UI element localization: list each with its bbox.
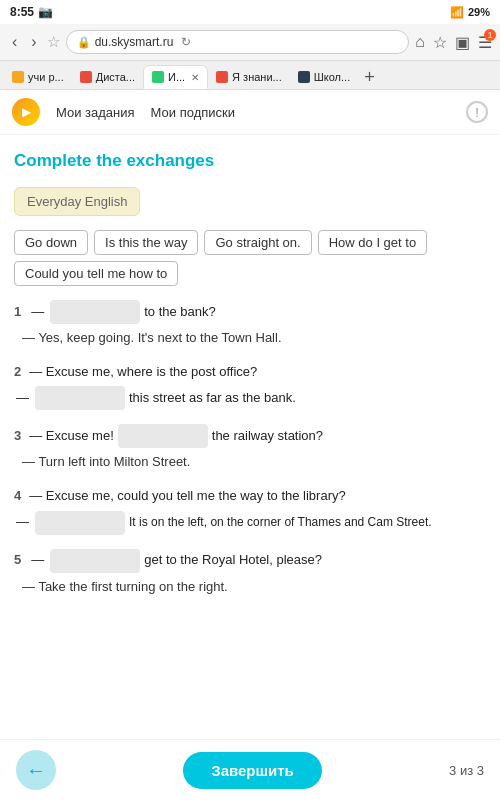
logo-icon: ▶ [22,105,31,119]
exercise-4-suffix: It is on the left, on the corner of Tham… [129,513,432,532]
exercise-2-num: 2 [14,362,21,383]
chip-go-straight[interactable]: Go straight on. [204,230,311,255]
exercise-5-line1: 5 — get to the Royal Hotel, please? [14,549,486,573]
my-tasks-link[interactable]: Мои задания [56,105,135,120]
back-icon: ← [26,759,46,782]
chip-is-this[interactable]: Is this the way [94,230,198,255]
exercise-1-num: 1 [14,302,21,323]
exercise-1-line1: 1 — to the bank? [14,300,486,324]
exercise-2-line1-text: — Excuse me, where is the post office? [29,362,257,383]
word-chips: Go down Is this the way Go straight on. … [14,230,486,286]
tab2-label: Диста... [96,71,135,83]
exercise-1: 1 — to the bank? — Yes, keep going. It's… [14,300,486,348]
tab-2[interactable]: Диста... [72,66,143,88]
page-title: Complete the exchanges [14,151,486,171]
tab-3[interactable]: И... ✕ [143,65,208,89]
app-nav: ▶ Мои задания Мои подписки ! [0,90,500,135]
tab2-favicon [80,71,92,83]
chip-go-down[interactable]: Go down [14,230,88,255]
tab-4[interactable]: Я знани... [208,66,290,88]
main-content: Complete the exchanges Everyday English … [0,135,500,626]
tab4-favicon [216,71,228,83]
exercise-5-response: — Take the first turning on the right. [22,577,486,597]
menu-icon[interactable]: ☰ 1 [478,33,492,52]
tab3-favicon [152,71,164,83]
url-text: du.skysmart.ru [95,35,174,49]
forward-nav-button[interactable]: › [27,31,40,53]
signal-icon: 📶 [450,6,464,19]
tab5-label: Школ... [314,71,350,83]
battery-display: 29% [468,6,490,18]
exercise-2-answer[interactable] [35,386,125,410]
exercise-1-response: — Yes, keep going. It's next to the Town… [22,328,486,348]
back-button[interactable]: ← [16,750,56,790]
exercise-5-num: 5 [14,550,21,571]
alert-icon[interactable]: ! [466,101,488,123]
tab3-close-icon[interactable]: ✕ [191,72,199,83]
exercise-3-suffix: the railway station? [212,426,323,447]
lock-icon: 🔒 [77,36,91,49]
exercise-2: 2 — Excuse me, where is the post office?… [14,362,486,411]
exercise-3-num: 3 [14,426,21,447]
exercise-3-answer[interactable] [118,424,208,448]
status-right: 📶 29% [450,6,490,19]
exercise-3-response: — Turn left into Milton Street. [22,452,486,472]
progress-label: 3 из 3 [449,763,484,778]
exercise-4-line1: 4 — Excuse me, could you tell me the way… [14,486,486,507]
tabs-bar: учи р... Диста... И... ✕ Я знани... Школ… [0,61,500,90]
exercise-3-prefix: — Excuse me! [29,426,114,447]
word-bank-label: Everyday English [14,187,140,216]
status-icons: 📷 [38,5,53,19]
exercises-container: 1 — to the bank? — Yes, keep going. It's… [14,300,486,596]
tabs-icon[interactable]: ▣ [455,33,470,52]
chip-how-do[interactable]: How do I get to [318,230,427,255]
exercise-4-num: 4 [14,486,21,507]
my-subscriptions-link[interactable]: Мои подписки [151,105,235,120]
browser-toolbar: ‹ › ☆ 🔒 du.skysmart.ru ↻ ⌂ ☆ ▣ ☰ 1 [0,24,500,61]
exercise-2-line1: 2 — Excuse me, where is the post office? [14,362,486,383]
exercise-1-suffix: to the bank? [144,302,216,323]
exercise-5-dash: — [31,550,44,571]
exercise-2-line2: — this street as far as the bank. [14,386,486,410]
exercise-4: 4 — Excuse me, could you tell me the way… [14,486,486,535]
tab1-label: учи р... [28,71,64,83]
exercise-1-answer[interactable] [50,300,140,324]
bookmark-icon[interactable]: ☆ [433,33,447,52]
tab4-label: Я знани... [232,71,282,83]
tab3-label: И... [168,71,185,83]
exercise-4-line2: — It is on the left, on the corner of Th… [14,511,486,535]
exercise-5-suffix: get to the Royal Hotel, please? [144,550,322,571]
address-bar[interactable]: 🔒 du.skysmart.ru ↻ [66,30,410,54]
back-nav-button[interactable]: ‹ [8,31,21,53]
finish-button[interactable]: Завершить [183,752,322,789]
exercise-1-dash: — [31,302,44,323]
toolbar-icons: ⌂ ☆ ▣ ☰ 1 [415,33,492,52]
status-bar: 8:55 📷 📶 29% [0,0,500,24]
exercise-2-suffix: this street as far as the bank. [129,388,296,409]
tab5-favicon [298,71,310,83]
bottom-bar: ← Завершить 3 из 3 [0,739,500,800]
exercise-4-dash: — [16,512,29,533]
exercise-2-dash: — [16,388,29,409]
add-tab-button[interactable]: + [358,67,381,88]
tab1-favicon [12,71,24,83]
home-icon[interactable]: ⌂ [415,33,425,51]
tab-1[interactable]: учи р... [4,66,72,88]
app-logo: ▶ [12,98,40,126]
exercise-4-answer[interactable] [35,511,125,535]
exercise-4-line1-text: — Excuse me, could you tell me the way t… [29,486,345,507]
time-display: 8:55 [10,5,34,19]
tab-5[interactable]: Школ... [290,66,358,88]
exercise-5-answer[interactable] [50,549,140,573]
exercise-5: 5 — get to the Royal Hotel, please? — Ta… [14,549,486,597]
star-icon[interactable]: ☆ [47,33,60,51]
nav-right: ! [466,101,488,123]
exercise-3: 3 — Excuse me! the railway station? — Tu… [14,424,486,472]
chip-could-you[interactable]: Could you tell me how to [14,261,178,286]
reload-icon[interactable]: ↻ [181,35,191,49]
status-time: 8:55 📷 [10,5,53,19]
exercise-3-line1: 3 — Excuse me! the railway station? [14,424,486,448]
